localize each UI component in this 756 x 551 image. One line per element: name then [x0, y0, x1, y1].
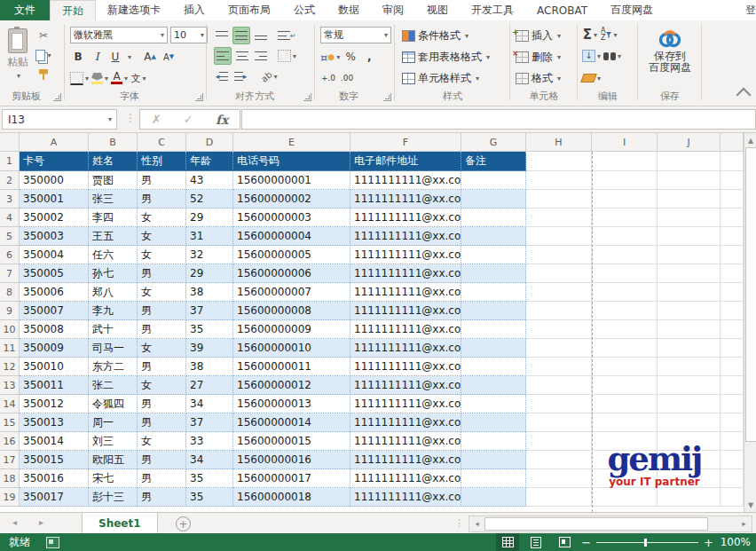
cell-E17[interactable]: 15600000016: [233, 451, 350, 469]
cell-E13[interactable]: 15600000012: [233, 376, 350, 395]
cell-J2[interactable]: [658, 171, 721, 190]
cell-C12[interactable]: 男: [138, 358, 186, 376]
cell-G11[interactable]: [461, 339, 526, 358]
tab-开发工具[interactable]: 开发工具: [460, 0, 525, 20]
cell-K5[interactable]: [721, 227, 744, 246]
cell-E1[interactable]: 电话号码: [233, 152, 350, 171]
cell-D7[interactable]: 29: [186, 264, 233, 283]
cell-I9[interactable]: [592, 302, 658, 320]
cell-D4[interactable]: 29: [186, 209, 233, 227]
row-header-8[interactable]: 8: [0, 283, 20, 302]
cell-E11[interactable]: 15600000010: [233, 339, 350, 358]
scroll-up-arrow[interactable]: ▲: [745, 134, 756, 146]
cell-B5[interactable]: 王五: [89, 227, 138, 246]
row-header-12[interactable]: 12: [0, 358, 20, 376]
decrease-decimal-button[interactable]: .00: [339, 70, 355, 86]
cell-K8[interactable]: [721, 283, 744, 302]
cell-F9[interactable]: 1111111111@xx.co: [350, 302, 461, 320]
new-sheet-button[interactable]: +: [176, 516, 191, 531]
row-header-17[interactable]: 17: [0, 451, 20, 469]
cell-G6[interactable]: [461, 246, 526, 264]
zoom-in-button[interactable]: +: [704, 537, 713, 548]
align-bottom-button[interactable]: [253, 28, 269, 43]
cell-E16[interactable]: 15600000015: [233, 432, 350, 451]
cell-E8[interactable]: 15600000007: [233, 283, 350, 302]
cell-F3[interactable]: 1111111111@xx.co: [350, 190, 461, 209]
cell-A8[interactable]: 350006: [20, 283, 89, 302]
merge-center-button[interactable]: ▾: [278, 48, 296, 64]
cell-G3[interactable]: [461, 190, 526, 209]
cell-K3[interactable]: [721, 190, 744, 209]
cell-B13[interactable]: 张二: [89, 376, 138, 395]
cell-styles-button[interactable]: 单元格样式▾: [402, 71, 479, 86]
cell-D11[interactable]: 39: [186, 339, 233, 358]
cell-G17[interactable]: [461, 451, 526, 469]
cell-F10[interactable]: 1111111111@xx.co: [350, 320, 461, 339]
row-header-9[interactable]: 9: [0, 302, 20, 320]
align-middle-button[interactable]: [232, 27, 250, 44]
cell-F6[interactable]: 1111111111@xx.co: [350, 246, 461, 264]
cell-I11[interactable]: [592, 339, 658, 358]
cell-C2[interactable]: 男: [138, 171, 186, 190]
cell-D1[interactable]: 年龄: [186, 152, 233, 171]
scroll-down-arrow[interactable]: ▼: [745, 499, 756, 511]
save-to-baidu-button[interactable]: 保存到百度网盘: [645, 22, 695, 88]
cell-B10[interactable]: 武十: [89, 320, 138, 339]
cell-H1[interactable]: [526, 152, 592, 171]
increase-decimal-button[interactable]: +.0: [320, 70, 336, 86]
number-format-combo[interactable]: 常规▾: [320, 27, 391, 43]
enter-button[interactable]: ✓: [184, 113, 193, 126]
cell-D3[interactable]: 52: [186, 190, 233, 209]
copy-button[interactable]: ▾: [35, 47, 51, 63]
cell-C19[interactable]: 男: [138, 488, 186, 507]
cell-C14[interactable]: 男: [138, 395, 186, 413]
cell-G5[interactable]: [461, 227, 526, 246]
cell-E19[interactable]: 15600000018: [233, 488, 350, 507]
phonetic-guide-button[interactable]: 文▾: [130, 70, 146, 86]
cell-I5[interactable]: [592, 227, 658, 246]
cell-F12[interactable]: 1111111111@xx.co: [350, 358, 461, 376]
underline-button[interactable]: U: [107, 49, 123, 65]
tab-页面布局[interactable]: 页面布局: [217, 0, 282, 20]
column-header-B[interactable]: B: [89, 133, 138, 152]
sheet-nav-right-arrow[interactable]: ▸: [39, 517, 43, 527]
cell-I15[interactable]: [592, 413, 658, 432]
cell-I10[interactable]: [592, 320, 658, 339]
cell-J9[interactable]: [658, 302, 721, 320]
cell-C11[interactable]: 女: [138, 339, 186, 358]
column-header-C[interactable]: C: [138, 133, 186, 152]
cell-C17[interactable]: 男: [138, 451, 186, 469]
vertical-scrollbar[interactable]: ▲ ▼: [744, 133, 756, 512]
row-header-7[interactable]: 7: [0, 264, 20, 283]
cut-button[interactable]: ✂: [35, 28, 51, 43]
row-header-6[interactable]: 6: [0, 246, 20, 264]
align-right-button[interactable]: [253, 48, 269, 64]
cell-K11[interactable]: [721, 339, 744, 358]
cell-B4[interactable]: 李四: [89, 209, 138, 227]
column-header-G[interactable]: G: [461, 133, 526, 152]
cell-D19[interactable]: 35: [186, 488, 233, 507]
cell-J8[interactable]: [658, 283, 721, 302]
cell-K12[interactable]: [721, 358, 744, 376]
percent-style-button[interactable]: %: [343, 49, 358, 65]
cell-F18[interactable]: 1111111111@xx.co: [350, 469, 461, 488]
page-layout-view-button[interactable]: [524, 533, 547, 551]
cell-G8[interactable]: [461, 283, 526, 302]
cell-D17[interactable]: 34: [186, 451, 233, 469]
borders-button[interactable]: ▾: [70, 70, 89, 86]
grow-font-button[interactable]: A▲: [142, 49, 158, 65]
cell-A12[interactable]: 350010: [20, 358, 89, 376]
cell-D15[interactable]: 37: [186, 413, 233, 432]
row-header-16[interactable]: 16: [0, 432, 20, 451]
cell-F19[interactable]: 1111111111@xx.co: [350, 488, 461, 507]
cell-I2[interactable]: [592, 171, 658, 190]
font-size-combo[interactable]: 10▾: [170, 27, 208, 43]
paste-dropdown-arrow[interactable]: ▾: [17, 72, 20, 80]
cell-A10[interactable]: 350008: [20, 320, 89, 339]
format-cells-button[interactable]: 格式▾: [516, 71, 561, 86]
alignment-dialog-launcher[interactable]: [303, 93, 311, 101]
column-header-I[interactable]: I: [592, 133, 658, 152]
cell-A16[interactable]: 350014: [20, 432, 89, 451]
font-name-combo[interactable]: 微软雅黑▾: [70, 27, 168, 43]
shrink-font-button[interactable]: A▼: [161, 49, 177, 65]
